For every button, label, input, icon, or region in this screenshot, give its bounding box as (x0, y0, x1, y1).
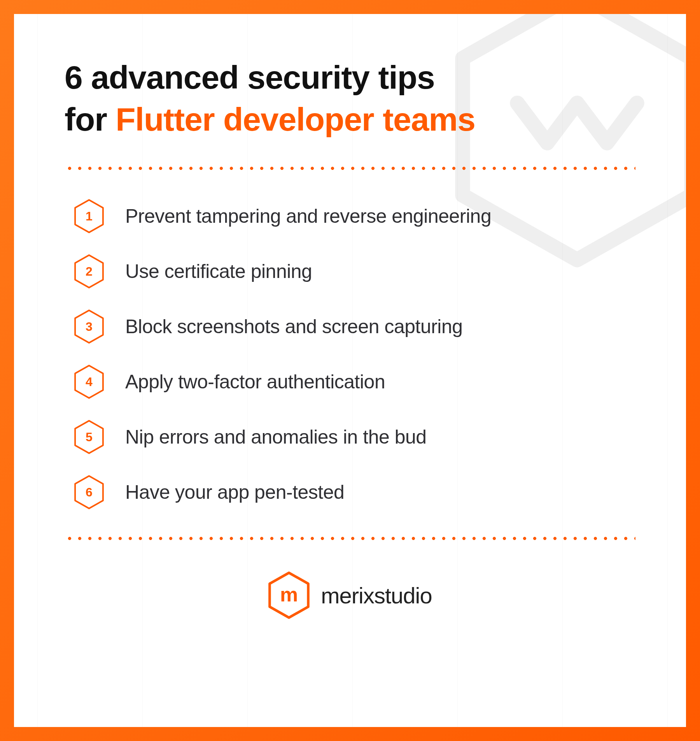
list-item: 2 Use certificate pinning (74, 254, 635, 289)
hexagon-badge-icon: 4 (74, 364, 104, 399)
list-item: 4 Apply two-factor authentication (74, 364, 635, 399)
hexagon-badge-icon: 6 (74, 475, 104, 510)
tip-text: Block screenshots and screen capturing (125, 315, 463, 338)
list-item: 3 Block screenshots and screen capturing (74, 309, 635, 344)
dotted-divider-bottom (65, 537, 635, 540)
title-line-2: for Flutter developer teams (65, 99, 635, 141)
tip-text: Apply two-factor authentication (125, 370, 385, 393)
list-item: 1 Prevent tampering and reverse engineer… (74, 199, 635, 234)
tips-list: 1 Prevent tampering and reverse engineer… (65, 199, 635, 510)
list-item: 6 Have your app pen-tested (74, 475, 635, 510)
outer-frame: 6 advanced security tips for Flutter dev… (0, 0, 700, 741)
hexagon-badge-icon: 5 (74, 419, 104, 454)
hexagon-badge-icon: 3 (74, 309, 104, 344)
title-line-1: 6 advanced security tips (65, 57, 635, 99)
tip-text: Nip errors and anomalies in the bud (125, 426, 427, 448)
page-title: 6 advanced security tips for Flutter dev… (65, 57, 635, 140)
tip-text: Have your app pen-tested (125, 481, 344, 503)
brand-name: merixstudio (321, 582, 432, 608)
tip-number: 2 (86, 264, 93, 279)
tip-number: 1 (86, 209, 93, 224)
title-prefix: for (65, 101, 116, 138)
hexagon-badge-icon: 1 (74, 199, 104, 234)
brand-row: m merixstudio (65, 571, 635, 619)
card: 6 advanced security tips for Flutter dev… (14, 14, 686, 727)
title-accent: Flutter developer teams (116, 101, 475, 138)
tip-number: 5 (86, 430, 93, 444)
tip-text: Use certificate pinning (125, 260, 312, 283)
hexagon-badge-icon: 2 (74, 254, 104, 289)
tip-number: 3 (86, 320, 93, 334)
brand-glyph: m (280, 583, 298, 606)
tip-number: 6 (86, 485, 93, 500)
tip-number: 4 (86, 375, 93, 389)
brand-logo-icon: m (268, 571, 310, 619)
list-item: 5 Nip errors and anomalies in the bud (74, 419, 635, 454)
dotted-divider-top (65, 167, 635, 170)
tip-text: Prevent tampering and reverse engineerin… (125, 205, 491, 227)
